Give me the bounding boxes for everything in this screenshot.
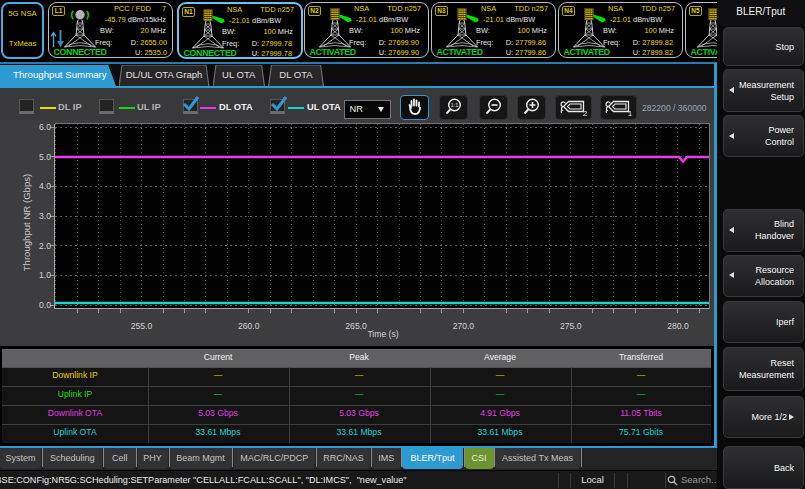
- svg-text:2: 2: [583, 109, 588, 118]
- svg-text:1: 1: [628, 109, 633, 118]
- svg-text:1:1: 1:1: [451, 102, 459, 108]
